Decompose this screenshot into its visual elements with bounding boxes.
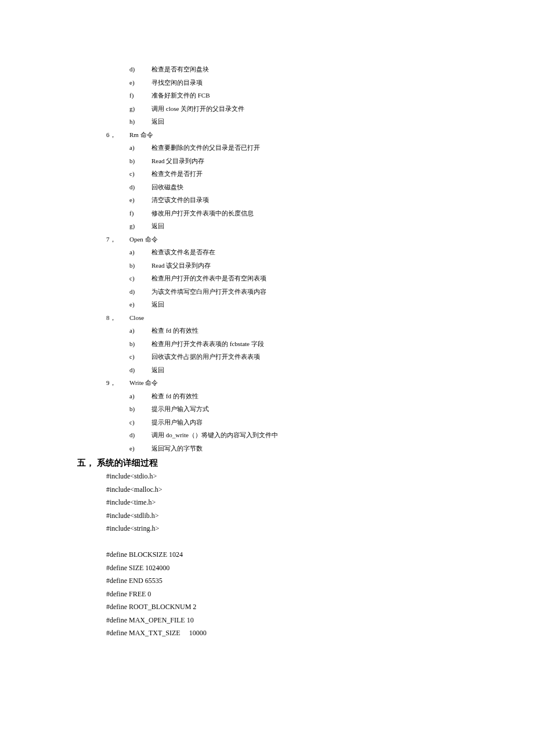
item-text: 清空该文件的目录项	[151, 196, 209, 203]
list-item: b)提示用户输入写方式	[0, 402, 534, 416]
items-container: 6，Rm 命令a)检查要删除的文件的父目录是否已打开b)Read 父目录到内存c…	[0, 128, 534, 455]
item-marker: b)	[129, 402, 151, 416]
list-item: d)调用 do_write（）将键入的内容写入到文件中	[0, 429, 534, 442]
list-item: f)准备好新文件的 FCB	[0, 89, 534, 102]
item-title: Write 命令	[129, 379, 158, 386]
item-marker: b)	[129, 154, 151, 168]
item-title: Rm 命令	[129, 131, 153, 138]
item-text: 检查 fd 的有效性	[151, 327, 199, 334]
code-line	[0, 535, 534, 549]
list-item: e)清空该文件的目录项	[0, 193, 534, 207]
list-item: a)检查要删除的文件的父目录是否已打开	[0, 141, 534, 154]
item-text: 返回写入的字节数	[151, 445, 203, 452]
list-item: e)返回写入的字节数	[0, 442, 534, 455]
item-text: 调用 do_write（）将键入的内容写入到文件中	[151, 431, 278, 438]
item-text: 提示用户输入内容	[151, 419, 203, 426]
code-line: #include<malloc.h>	[0, 483, 534, 496]
list-item: d)为该文件填写空白用户打开文件表项内容	[0, 285, 534, 298]
list-item: f)修改用户打开文件表项中的长度信息	[0, 207, 534, 220]
item-text: 寻找空闲的目录项	[151, 79, 203, 86]
code-line: #include<stdio.h>	[0, 470, 534, 483]
code-line: #define MAX_OPEN_FILE 10	[0, 614, 534, 627]
prelist-container: d)检查是否有空闲盘块e)寻找空闲的目录项f)准备好新文件的 FCBg)调用 c…	[0, 63, 534, 128]
list-item: a)检查该文件名是否存在	[0, 246, 534, 259]
list-item: d)回收磁盘快	[0, 181, 534, 194]
item-text: 回收磁盘快	[151, 183, 183, 190]
item-marker: d)	[129, 63, 151, 76]
list-item: 9，Write 命令	[0, 376, 534, 390]
item-marker: c)	[129, 350, 151, 363]
list-item: b)检查用户打开文件表表项的 fcbstate 字段	[0, 337, 534, 351]
item-marker: d)	[129, 285, 151, 298]
list-item: 6，Rm 命令	[0, 128, 534, 142]
item-text: 检查用户打开的文件表中是否有空闲表项	[151, 275, 266, 282]
item-text: 检查文件是否打开	[151, 170, 203, 177]
item-marker: h)	[129, 115, 151, 128]
list-item: c)检查文件是否打开	[0, 167, 534, 181]
item-text: Read 该父目录到内存	[151, 262, 211, 269]
item-number: 8，	[106, 311, 129, 325]
item-marker: g)	[129, 219, 151, 233]
list-item: e)返回	[0, 298, 534, 311]
code-line: #include<string.h>	[0, 522, 534, 535]
item-text: 检查是否有空闲盘块	[151, 66, 209, 73]
list-item: d)返回	[0, 363, 534, 377]
item-text: 检查该文件名是否存在	[151, 249, 215, 255]
code-line: #include<stdlib.h>	[0, 509, 534, 523]
code-container: #include<stdio.h>#include<malloc.h>#incl…	[0, 470, 534, 640]
item-text: 检查要删除的文件的父目录是否已打开	[151, 144, 260, 151]
item-text: Read 父目录到内存	[151, 157, 204, 164]
list-item: a)检查 fd 的有效性	[0, 324, 534, 337]
code-line: #define FREE 0	[0, 588, 534, 601]
list-item: g)调用 close 关闭打开的父目录文件	[0, 102, 534, 116]
list-item: c)回收该文件占据的用户打开文件表表项	[0, 350, 534, 363]
list-item: c)检查用户打开的文件表中是否有空闲表项	[0, 272, 534, 285]
item-marker: c)	[129, 416, 151, 429]
document-page: d)检查是否有空闲盘块e)寻找空闲的目录项f)准备好新文件的 FCBg)调用 c…	[0, 0, 534, 756]
item-marker: d)	[129, 363, 151, 377]
item-text: 返回	[151, 222, 164, 229]
item-text: 返回	[151, 366, 164, 373]
section-title: 五， 系统的详细过程	[0, 456, 534, 470]
item-text: 返回	[151, 118, 164, 125]
list-item: h)返回	[0, 115, 534, 128]
item-text: 为该文件填写空白用户打开文件表项内容	[151, 288, 266, 295]
item-text: 调用 close 关闭打开的父目录文件	[151, 105, 244, 112]
code-line: #define MAX_TXT_SIZE 10000	[0, 627, 534, 640]
item-marker: b)	[129, 259, 151, 272]
list-item: 7，Open 命令	[0, 233, 534, 246]
item-text: 提示用户输入写方式	[151, 405, 209, 412]
item-number: 9，	[106, 376, 129, 390]
list-item: c)提示用户输入内容	[0, 416, 534, 429]
item-text: 准备好新文件的 FCB	[151, 92, 210, 99]
item-number: 7，	[106, 233, 129, 246]
list-item: d)检查是否有空闲盘块	[0, 63, 534, 76]
item-marker: e)	[129, 76, 151, 89]
code-line: #include<time.h>	[0, 496, 534, 509]
code-line: #define END 65535	[0, 574, 534, 588]
code-line: #define SIZE 1024000	[0, 561, 534, 575]
item-marker: g)	[129, 102, 151, 116]
item-marker: e)	[129, 442, 151, 455]
item-marker: d)	[129, 429, 151, 442]
item-title: Open 命令	[129, 236, 158, 243]
item-marker: c)	[129, 272, 151, 285]
item-text: 检查 fd 的有效性	[151, 393, 199, 399]
item-marker: a)	[129, 390, 151, 403]
item-text: 回收该文件占据的用户打开文件表表项	[151, 353, 260, 360]
list-item: e)寻找空闲的目录项	[0, 76, 534, 89]
item-marker: a)	[129, 324, 151, 337]
item-text: 返回	[151, 301, 164, 308]
item-title: Close	[129, 314, 144, 321]
item-marker: c)	[129, 167, 151, 181]
code-line: #define BLOCKSIZE 1024	[0, 548, 534, 561]
item-text: 修改用户打开文件表项中的长度信息	[151, 210, 254, 217]
item-marker: e)	[129, 298, 151, 311]
list-item: b)Read 父目录到内存	[0, 154, 534, 168]
item-marker: b)	[129, 337, 151, 351]
item-marker: a)	[129, 246, 151, 259]
item-text: 检查用户打开文件表表项的 fcbstate 字段	[151, 340, 264, 347]
item-marker: a)	[129, 141, 151, 154]
item-marker: d)	[129, 181, 151, 194]
list-item: a)检查 fd 的有效性	[0, 390, 534, 403]
